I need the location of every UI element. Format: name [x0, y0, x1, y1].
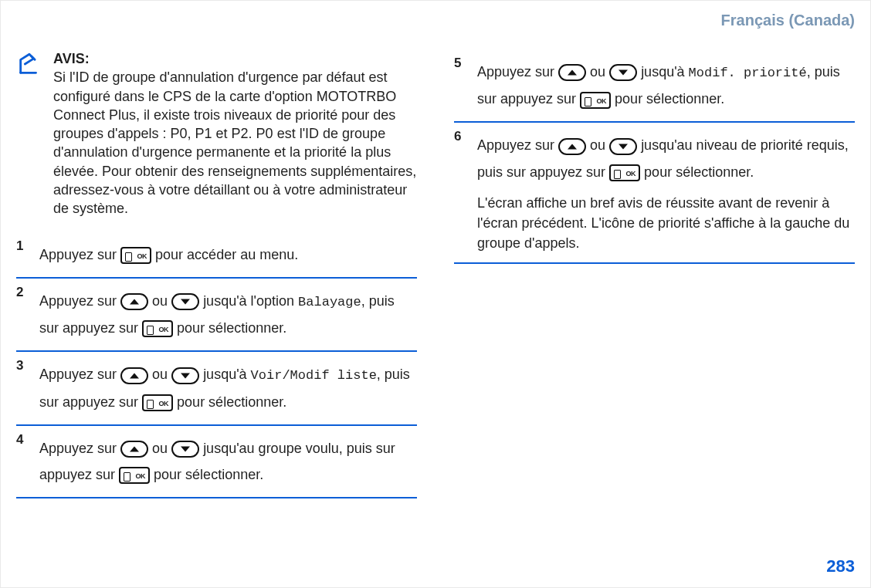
step-6: Appuyez sur ou jusqu'au niveau de priori…	[454, 123, 855, 264]
arrow-up-icon	[120, 293, 148, 310]
step-1: Appuyez sur OK pour accéder au menu.	[16, 232, 417, 279]
column-right: Appuyez sur ou jusqu'à Modif. priorité, …	[454, 49, 855, 498]
ok-button-icon: OK	[120, 247, 151, 264]
step-text: jusqu'à l'option	[203, 293, 298, 309]
step-text: Appuyez sur	[39, 441, 120, 456]
arrow-up-icon	[558, 138, 586, 155]
notice-body: AVIS: Si l'ID de groupe d'annulation d'u…	[53, 49, 417, 218]
notice-block: AVIS: Si l'ID de groupe d'annulation d'u…	[16, 49, 417, 218]
step-text: pour sélectionner.	[177, 394, 286, 410]
step-text: ou	[152, 367, 171, 382]
menu-option-code: Modif. priorité	[689, 66, 807, 80]
step-text: ou	[152, 441, 171, 456]
page-number: 283	[826, 556, 855, 576]
step-text: Appuyez sur	[477, 137, 558, 153]
steps-list-left: Appuyez sur OK pour accéder au menu. App…	[16, 232, 417, 499]
step-text: jusqu'à	[641, 64, 688, 79]
step-text: jusqu'à	[203, 367, 250, 382]
arrow-up-icon	[558, 64, 586, 81]
two-column-layout: AVIS: Si l'ID de groupe d'annulation d'u…	[16, 49, 855, 498]
step-3: Appuyez sur ou jusqu'à Voir/Modif liste,…	[16, 352, 417, 425]
arrow-down-icon	[171, 293, 199, 310]
step-text: pour sélectionner.	[177, 320, 286, 336]
ok-button-icon: OK	[142, 320, 173, 337]
step-text: Appuyez sur	[39, 247, 120, 262]
step-text: pour sélectionner.	[615, 91, 724, 106]
menu-option-code: Balayage	[298, 295, 361, 309]
edit-note-icon	[16, 51, 42, 218]
ok-button-icon: OK	[580, 92, 611, 109]
column-left: AVIS: Si l'ID de groupe d'annulation d'u…	[16, 49, 417, 498]
ok-button-icon: OK	[142, 394, 173, 411]
step-text: pour sélectionner.	[644, 164, 754, 180]
step-text: Appuyez sur	[39, 293, 120, 309]
steps-list-right: Appuyez sur ou jusqu'à Modif. priorité, …	[454, 49, 855, 264]
document-page: Français (Canada) AVIS: Si l'ID de group…	[0, 0, 871, 588]
arrow-down-icon	[609, 64, 637, 81]
step-text: Appuyez sur	[39, 367, 120, 382]
menu-option-code: Voir/Modif liste	[251, 368, 377, 383]
step-text: pour sélectionner.	[154, 467, 263, 482]
notice-title: AVIS:	[53, 51, 90, 66]
step-text: Appuyez sur	[477, 64, 558, 79]
arrow-up-icon	[120, 441, 148, 458]
arrow-up-icon	[120, 367, 148, 384]
ok-button-icon: OK	[609, 164, 640, 181]
step-result-text: L'écran affiche un bref avis de réussite…	[477, 193, 855, 253]
step-4: Appuyez sur ou jusqu'au groupe voulu, pu…	[16, 426, 417, 498]
step-text: ou	[590, 137, 609, 153]
step-5: Appuyez sur ou jusqu'à Modif. priorité, …	[454, 49, 855, 123]
notice-text: Si l'ID de groupe d'annulation d'urgence…	[53, 69, 416, 216]
step-text: ou	[590, 64, 609, 79]
step-text: ou	[152, 293, 171, 309]
ok-button-icon: OK	[119, 467, 150, 484]
header-locale: Français (Canada)	[16, 8, 855, 40]
arrow-down-icon	[609, 138, 637, 155]
arrow-down-icon	[171, 441, 199, 458]
arrow-down-icon	[171, 367, 199, 384]
step-2: Appuyez sur ou jusqu'à l'option Balayage…	[16, 279, 417, 352]
step-text: pour accéder au menu.	[155, 247, 298, 262]
